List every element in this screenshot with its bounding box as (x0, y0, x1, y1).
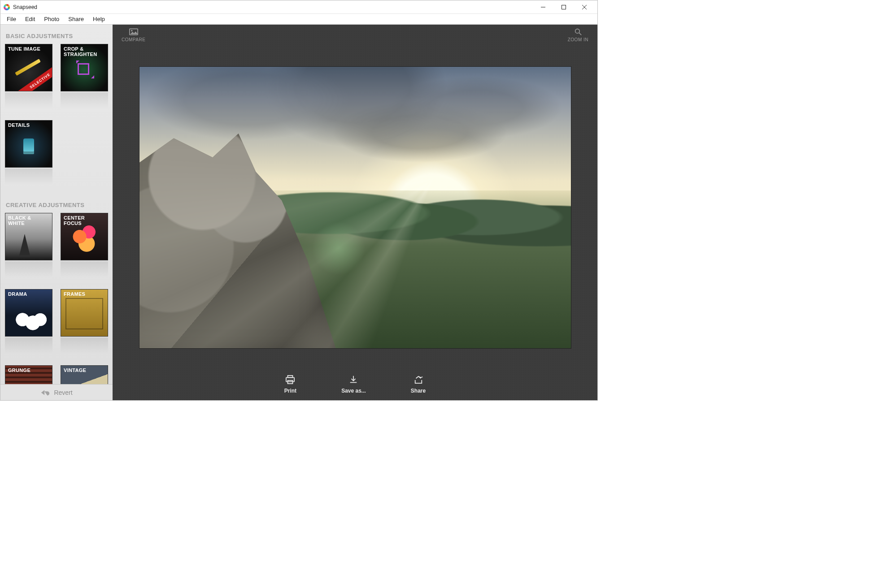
tile-label: CENTER FOCUS (64, 215, 99, 226)
print-button[interactable]: Print (284, 375, 296, 394)
tile-label: BLACK & WHITE (8, 215, 43, 226)
menu-share[interactable]: Share (64, 14, 88, 24)
menu-photo[interactable]: Photo (39, 14, 64, 24)
tile-label: DETAILS (8, 122, 43, 128)
tile-grunge[interactable]: GRUNGE (5, 365, 52, 384)
menu-bar: File Edit Photo Share Help (0, 14, 597, 25)
svg-point-6 (131, 30, 132, 31)
share-label: Share (411, 388, 426, 394)
window-close-button[interactable] (574, 0, 595, 14)
compare-button[interactable]: COMPARE (119, 27, 148, 43)
image-icon (129, 28, 138, 35)
app-logo-icon (3, 4, 10, 11)
save-as-button[interactable]: Save as... (341, 375, 366, 394)
revert-button[interactable]: Revert (0, 384, 113, 400)
revert-label: Revert (54, 389, 72, 396)
svg-rect-2 (562, 5, 566, 9)
tile-drama[interactable]: DRAMA (5, 289, 52, 355)
tile-label: DRAMA (8, 291, 43, 297)
revert-icon (40, 389, 50, 396)
svg-line-8 (579, 33, 581, 35)
zoom-label: ZOOM IN (568, 37, 588, 42)
tile-black-white[interactable]: BLACK & WHITE (5, 213, 52, 278)
tile-center-focus[interactable]: CENTER FOCUS (61, 213, 108, 278)
tile-tune-image[interactable]: TUNE IMAGE SELECTIVE (5, 44, 52, 109)
save-label: Save as... (341, 388, 366, 394)
basic-adjustments-heading: BASIC ADJUSTMENTS (6, 33, 108, 39)
crop-icon (78, 63, 89, 75)
window-maximize-button[interactable] (553, 0, 574, 14)
svg-rect-10 (286, 377, 294, 381)
download-icon (348, 375, 358, 384)
print-icon (285, 375, 295, 384)
zoom-in-button[interactable]: ZOOM IN (565, 27, 591, 43)
editor-stage: COMPARE ZOOM IN Print (113, 25, 597, 400)
svg-point-7 (575, 29, 579, 34)
window-titlebar: Snapseed (0, 0, 597, 14)
tile-label: CROP & STRAIGHTEN (64, 46, 99, 57)
tile-details[interactable]: DETAILS (5, 120, 52, 186)
tile-crop-straighten[interactable]: CROP & STRAIGHTEN (61, 44, 108, 109)
svg-point-0 (6, 6, 8, 8)
adjustments-panel: BASIC ADJUSTMENTS TUNE IMAGE SELECTIVE C… (0, 25, 113, 400)
tile-label: GRUNGE (8, 368, 43, 373)
print-label: Print (284, 388, 296, 394)
tile-label: TUNE IMAGE (8, 46, 43, 52)
tile-vintage[interactable]: VINTAGE (61, 365, 108, 384)
menu-file[interactable]: File (2, 14, 21, 24)
magnifier-icon (574, 28, 583, 35)
creative-adjustments-heading: CREATIVE ADJUSTMENTS (6, 202, 108, 208)
share-button[interactable]: Share (411, 375, 426, 394)
menu-help[interactable]: Help (88, 14, 109, 24)
tile-label: FRAMES (64, 291, 99, 297)
window-title: Snapseed (13, 4, 37, 10)
window-minimize-button[interactable] (533, 0, 553, 14)
share-icon (414, 375, 423, 384)
compare-label: COMPARE (122, 37, 145, 42)
tile-frames[interactable]: FRAMES (61, 289, 108, 355)
menu-edit[interactable]: Edit (21, 14, 39, 24)
tile-label: VINTAGE (64, 368, 99, 373)
photo-canvas[interactable] (139, 67, 571, 348)
